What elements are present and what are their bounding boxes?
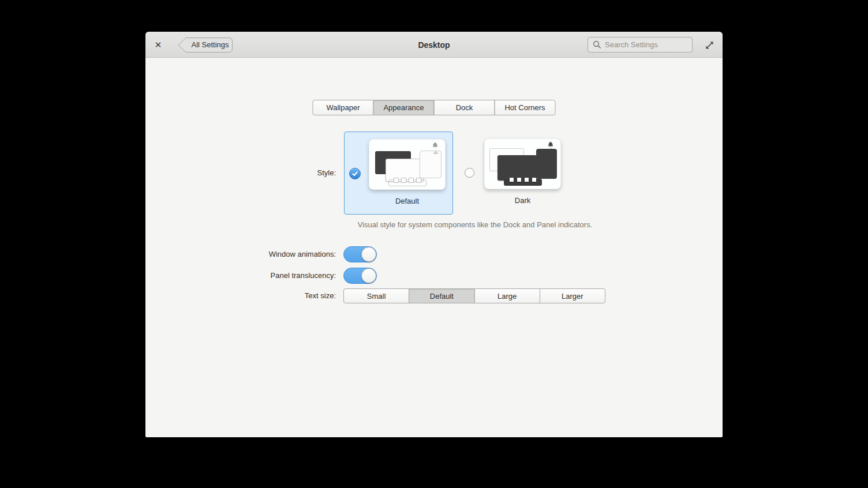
style-caption: Visual style for system components like …	[343, 220, 607, 229]
text-size-label: Text size:	[145, 291, 336, 301]
close-icon: ✕	[155, 40, 162, 50]
text-size-large[interactable]: Large	[474, 288, 540, 303]
panel-translucency-toggle[interactable]	[343, 268, 377, 284]
radio-unchecked-icon[interactable]	[465, 168, 474, 178]
default-option-label: Default	[395, 197, 419, 205]
radio-checked-icon[interactable]	[349, 168, 361, 179]
panel-translucency-label: Panel translucency:	[145, 271, 336, 281]
search-icon	[593, 40, 601, 49]
search-field[interactable]	[588, 37, 693, 52]
appearance-pane: Wallpaper Appearance Dock Hot Corners St…	[145, 58, 723, 437]
all-settings-back-button[interactable]: All Settings	[177, 37, 233, 53]
style-option-default[interactable]: Default	[344, 132, 453, 215]
maximize-button[interactable]	[703, 39, 716, 51]
tab-hot-corners[interactable]: Hot Corners	[495, 100, 556, 115]
tab-dock[interactable]: Dock	[434, 100, 495, 115]
preview-panel-popover	[420, 151, 442, 178]
window-animations-label: Window animations:	[145, 249, 336, 260]
style-option-dark[interactable]: Dark	[460, 132, 569, 215]
close-button[interactable]: ✕	[150, 37, 166, 53]
search-input[interactable]	[605, 40, 686, 49]
text-size-default[interactable]: Default	[409, 288, 474, 303]
text-size-segmented-control: Small Default Large Larger	[343, 288, 605, 303]
preview-dock-items	[509, 177, 537, 182]
preview-dock-items	[394, 178, 421, 183]
toggle-knob	[361, 247, 376, 262]
window-animations-toggle[interactable]	[343, 246, 377, 262]
text-size-small[interactable]: Small	[343, 288, 409, 303]
dark-style-preview	[484, 138, 561, 189]
back-button-label: All Settings	[189, 37, 231, 52]
dark-option-label: Dark	[515, 196, 530, 205]
default-style-preview	[369, 139, 446, 190]
settings-window: ✕ All Settings Desktop	[145, 32, 723, 437]
headerbar: ✕ All Settings Desktop	[145, 32, 723, 58]
toggle-knob	[361, 268, 376, 283]
desktop-tabbar: Wallpaper Appearance Dock Hot Corners	[313, 100, 556, 115]
tab-appearance[interactable]: Appearance	[373, 100, 435, 115]
checkmark-icon	[351, 170, 358, 177]
expand-icon	[705, 40, 714, 50]
style-label: Style:	[145, 168, 336, 178]
text-size-larger[interactable]: Larger	[540, 288, 605, 303]
preview-panel-popover	[536, 149, 557, 179]
tab-wallpaper[interactable]: Wallpaper	[313, 100, 374, 115]
